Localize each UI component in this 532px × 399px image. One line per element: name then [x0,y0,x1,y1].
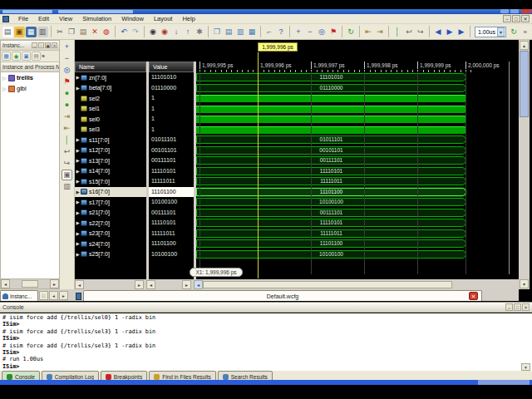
signal-row-s23[7:0][interactable]: ▶s23[7:0] [75,229,146,239]
chevron-down-icon[interactable]: ▾ [497,27,505,37]
scroll-thumb[interactable] [520,51,529,117]
name-column-header[interactable]: Name [75,62,146,72]
bottom-tab-compilation-log[interactable]: Compilation Log [42,371,99,380]
tab-default-wcfg[interactable]: Default.wcfg ✕ [83,290,482,301]
signal-row-s25[7:0][interactable]: ▶s25[7:0] [75,249,146,260]
menu-edit[interactable]: Edit [33,15,54,22]
console-float-button[interactable]: ↔ [505,303,513,311]
expand-icon[interactable]: ▶ [75,86,81,91]
expand-icon[interactable]: ▶ [75,158,81,163]
value-column-header[interactable]: Value [149,62,194,72]
expand-icon[interactable]: ▶ [75,169,81,174]
wave-row-sel0[interactable] [196,114,519,125]
paste-icon[interactable]: ▤ [78,27,89,37]
import-icon[interactable]: ⇤ [62,123,72,134]
expand-icon[interactable]: ▶ [75,148,81,153]
signal-row-sel0[interactable]: sel0 [75,114,146,125]
console-header[interactable]: Console ↔ □ ✕ [0,302,532,313]
expand-icon[interactable]: ▶ [75,137,81,142]
signal-row-s24[7:0][interactable]: ▶s24[7:0] [75,239,146,249]
wave-row-sel2[interactable] [196,93,519,104]
wave-row-s15[7:0][interactable]: 11111011 [196,176,519,187]
zoom-full-icon[interactable]: ◎ [317,27,328,37]
next-edge-icon[interactable]: ↪ [62,158,72,169]
tree-item-glbl[interactable]: ▷glbl [1,83,59,94]
tile-vertical-icon[interactable]: ▥ [235,27,246,37]
bottom-tab-find-in-files-results[interactable]: Find in Files Results [149,371,216,380]
expand-icon[interactable]: ▶ [75,210,81,215]
expand-icon[interactable]: ▶ [75,200,81,204]
disable-icon[interactable]: ◍ [101,27,112,37]
run-icon[interactable]: ▶ [445,27,456,37]
signal-row-s12[7:0][interactable]: ▶s12[7:0] [75,145,146,156]
scroll-left-icon[interactable]: ◂ [194,280,203,289]
signal-row-s16[7:0][interactable]: ▶s16[7:0] [75,187,146,198]
menu-view[interactable]: View [54,15,77,22]
rerun-icon[interactable]: ↻ [509,27,520,37]
arrow-up-icon[interactable]: ↑ [183,27,194,37]
bottom-tab-search-results[interactable]: Search Results [218,371,273,380]
snapshot-icon[interactable]: ▣ [62,170,72,180]
bottom-tab-breakpoints[interactable]: Breakpoints [101,371,147,380]
undo-icon[interactable]: ↶ [119,27,130,37]
wave-row-beta[7:0][interactable]: 01110000 [196,83,519,94]
signal-row-s21[7:0][interactable]: ▶s21[7:0] [75,208,146,219]
copy-icon[interactable]: ❐ [66,27,77,37]
instance-panel-titlebar[interactable]: Instanc... ↔▫▣✕ [1,41,59,51]
swap-icon[interactable]: ▥ [62,181,72,192]
mdi-restore-button[interactable]: □ [512,15,520,22]
run-time-combo[interactable]: 1.00us▾ [475,27,506,37]
scroll-left-icon[interactable]: ◂ [75,280,84,289]
tab-close-icon[interactable]: ✕ [469,292,478,300]
wave-row-sel1[interactable] [196,104,519,115]
maximize-button[interactable] [510,9,519,13]
marker-icon[interactable]: │ [392,27,403,37]
cursor-marker[interactable] [258,52,259,278]
mdi-close-button[interactable]: ✕ [521,15,530,22]
signal-row-zn[7:0][interactable]: ▶zn[7:0] [75,72,146,83]
expand-icon[interactable]: ▶ [75,75,81,80]
panel-extra-button[interactable]: □ [39,291,48,300]
scroll-right-icon[interactable]: ▸ [50,279,59,288]
wave-row-s17[7:0][interactable]: 10100100 [196,197,519,208]
zoom-full-icon[interactable]: ◎ [62,65,72,76]
expand-icon[interactable]: ▶ [75,231,81,236]
expand-icon[interactable]: ▷ [2,75,8,81]
menu-window[interactable]: Window [116,15,149,22]
signal-row-sel1[interactable]: sel1 [75,104,146,115]
go-to-time-icon[interactable]: ● [62,88,72,99]
signal-row-beta[7:0][interactable]: ▶beta[7:0] [75,83,146,94]
wave-row-s11[7:0][interactable]: 01011101 [196,135,519,145]
gear-icon[interactable]: ✱ [195,27,205,37]
scroll-up-icon[interactable]: ▴ [520,41,529,50]
expand-icon[interactable]: ▶ [75,220,81,225]
cut-icon[interactable]: ✂ [55,27,66,37]
signal-row-sel2[interactable]: sel2 [75,93,146,104]
expand-icon[interactable]: ▶ [75,241,81,246]
scroll-left-icon[interactable]: ◂ [146,280,155,289]
name-value-splitter[interactable] [146,62,149,279]
scroll-down-icon[interactable]: ▾ [520,279,529,288]
zoom-in-icon[interactable]: + [293,27,304,37]
find-clear-icon[interactable]: ◉ [160,27,170,37]
globe-icon[interactable]: ◉ [12,52,21,61]
waveform-canvas[interactable]: 1110101001110000010111010010110100111101… [196,40,519,279]
panel-title-button-3[interactable]: ✕ [52,42,57,48]
help-icon[interactable]: ? [276,27,287,37]
signal-row-s22[7:0][interactable]: ▶s22[7:0] [75,218,146,229]
scroll-left-icon[interactable]: ◂ [1,279,10,288]
wave-row-s12[7:0][interactable]: 00101101 [196,145,519,156]
wave-row-s22[7:0][interactable]: 11110101 [196,218,519,229]
scroll-right-icon[interactable]: ▸ [182,280,191,289]
delete-icon[interactable]: ✕ [90,27,101,37]
scroll-thumb[interactable] [22,280,38,288]
zoom-out-icon[interactable]: − [305,27,316,37]
console-maximize-button[interactable]: □ [514,303,521,311]
new-icon[interactable]: ▤ [2,27,13,37]
close-button[interactable] [521,9,531,13]
tab-scroll-right-icon[interactable]: ▸ [59,291,68,300]
signal-row-s11[7:0][interactable]: ▶s11[7:0] [75,135,146,145]
expand-icon[interactable]: ▶ [75,179,81,184]
signal-row-s15[7:0][interactable]: ▶s15[7:0] [75,176,146,187]
mdi-minimize-button[interactable]: – [503,15,511,22]
